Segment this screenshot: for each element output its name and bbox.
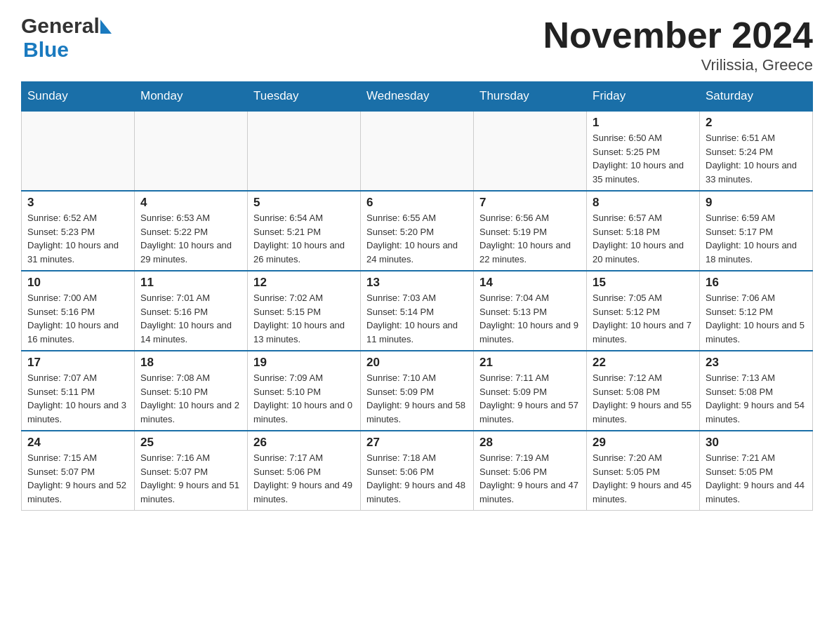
day-info: Sunrise: 7:15 AM Sunset: 5:07 PM Dayligh… [27,451,128,506]
day-info: Sunrise: 7:03 AM Sunset: 5:14 PM Dayligh… [366,291,468,346]
week-row: 10Sunrise: 7:00 AM Sunset: 5:16 PM Dayli… [22,271,813,351]
day-info: Sunrise: 6:50 AM Sunset: 5:25 PM Dayligh… [593,131,694,186]
day-number: 15 [593,276,694,290]
day-info: Sunrise: 6:55 AM Sunset: 5:20 PM Dayligh… [366,211,468,266]
day-info: Sunrise: 6:56 AM Sunset: 5:19 PM Dayligh… [479,211,581,266]
day-info: Sunrise: 7:13 AM Sunset: 5:08 PM Dayligh… [706,371,807,426]
day-info: Sunrise: 7:16 AM Sunset: 5:07 PM Dayligh… [140,451,241,506]
day-info: Sunrise: 7:02 AM Sunset: 5:15 PM Dayligh… [253,291,355,346]
calendar-day-header: Saturday [700,82,813,112]
calendar-cell: 8Sunrise: 6:57 AM Sunset: 5:18 PM Daylig… [587,191,700,271]
calendar-day-header: Sunday [22,82,135,112]
week-row: 17Sunrise: 7:07 AM Sunset: 5:11 PM Dayli… [22,351,813,431]
calendar-day-header: Friday [587,82,700,112]
day-number: 20 [366,356,468,370]
day-number: 25 [140,436,241,450]
day-number: 5 [253,196,355,210]
calendar-cell: 24Sunrise: 7:15 AM Sunset: 5:07 PM Dayli… [22,431,135,511]
day-info: Sunrise: 6:52 AM Sunset: 5:23 PM Dayligh… [27,211,128,266]
calendar-cell: 16Sunrise: 7:06 AM Sunset: 5:12 PM Dayli… [700,271,813,351]
calendar-cell: 5Sunrise: 6:54 AM Sunset: 5:21 PM Daylig… [248,191,361,271]
day-info: Sunrise: 7:12 AM Sunset: 5:08 PM Dayligh… [593,371,694,426]
calendar-cell: 6Sunrise: 6:55 AM Sunset: 5:20 PM Daylig… [361,191,474,271]
day-number: 6 [366,196,468,210]
day-info: Sunrise: 7:18 AM Sunset: 5:06 PM Dayligh… [366,451,468,506]
calendar-cell: 23Sunrise: 7:13 AM Sunset: 5:08 PM Dayli… [700,351,813,431]
calendar-cell [248,111,361,191]
day-info: Sunrise: 7:01 AM Sunset: 5:16 PM Dayligh… [140,291,241,346]
calendar-cell: 4Sunrise: 6:53 AM Sunset: 5:22 PM Daylig… [135,191,248,271]
calendar-day-header: Thursday [474,82,587,112]
calendar-cell: 1Sunrise: 6:50 AM Sunset: 5:25 PM Daylig… [587,111,700,191]
day-number: 27 [366,436,468,450]
calendar-cell: 13Sunrise: 7:03 AM Sunset: 5:14 PM Dayli… [361,271,474,351]
calendar-cell [474,111,587,191]
calendar-cell: 28Sunrise: 7:19 AM Sunset: 5:06 PM Dayli… [474,431,587,511]
day-info: Sunrise: 6:57 AM Sunset: 5:18 PM Dayligh… [593,211,694,266]
logo: General Blue [21,14,112,62]
day-number: 9 [706,196,807,210]
day-number: 26 [253,436,355,450]
calendar-cell: 19Sunrise: 7:09 AM Sunset: 5:10 PM Dayli… [248,351,361,431]
calendar-cell: 27Sunrise: 7:18 AM Sunset: 5:06 PM Dayli… [361,431,474,511]
day-number: 18 [140,356,241,370]
calendar-cell: 26Sunrise: 7:17 AM Sunset: 5:06 PM Dayli… [248,431,361,511]
day-info: Sunrise: 7:05 AM Sunset: 5:12 PM Dayligh… [593,291,694,346]
calendar-day-header: Wednesday [361,82,474,112]
calendar-cell [135,111,248,191]
calendar-cell: 7Sunrise: 6:56 AM Sunset: 5:19 PM Daylig… [474,191,587,271]
calendar-cell: 14Sunrise: 7:04 AM Sunset: 5:13 PM Dayli… [474,271,587,351]
day-number: 21 [479,356,581,370]
day-info: Sunrise: 6:51 AM Sunset: 5:24 PM Dayligh… [706,131,807,186]
calendar-table: SundayMondayTuesdayWednesdayThursdayFrid… [21,81,813,511]
day-info: Sunrise: 7:11 AM Sunset: 5:09 PM Dayligh… [479,371,581,426]
day-info: Sunrise: 7:06 AM Sunset: 5:12 PM Dayligh… [706,291,807,346]
day-info: Sunrise: 7:10 AM Sunset: 5:09 PM Dayligh… [366,371,468,426]
calendar-header-row: SundayMondayTuesdayWednesdayThursdayFrid… [22,82,813,112]
calendar-cell: 3Sunrise: 6:52 AM Sunset: 5:23 PM Daylig… [22,191,135,271]
calendar-cell: 10Sunrise: 7:00 AM Sunset: 5:16 PM Dayli… [22,271,135,351]
day-number: 10 [27,276,128,290]
calendar-cell: 25Sunrise: 7:16 AM Sunset: 5:07 PM Dayli… [135,431,248,511]
day-info: Sunrise: 7:07 AM Sunset: 5:11 PM Dayligh… [27,371,128,426]
calendar-cell [361,111,474,191]
day-info: Sunrise: 6:53 AM Sunset: 5:22 PM Dayligh… [140,211,241,266]
day-number: 30 [706,436,807,450]
day-number: 16 [706,276,807,290]
day-number: 19 [253,356,355,370]
calendar-cell: 11Sunrise: 7:01 AM Sunset: 5:16 PM Dayli… [135,271,248,351]
logo-triangle-icon [100,20,112,34]
page-header: General Blue November 2024 Vrilissia, Gr… [21,14,813,74]
calendar-subtitle: Vrilissia, Greece [543,56,813,74]
calendar-cell: 15Sunrise: 7:05 AM Sunset: 5:12 PM Dayli… [587,271,700,351]
day-number: 2 [706,116,807,130]
calendar-cell: 9Sunrise: 6:59 AM Sunset: 5:17 PM Daylig… [700,191,813,271]
title-area: November 2024 Vrilissia, Greece [543,14,813,74]
day-info: Sunrise: 7:17 AM Sunset: 5:06 PM Dayligh… [253,451,355,506]
day-number: 11 [140,276,241,290]
week-row: 24Sunrise: 7:15 AM Sunset: 5:07 PM Dayli… [22,431,813,511]
day-number: 17 [27,356,128,370]
day-number: 23 [706,356,807,370]
calendar-cell: 2Sunrise: 6:51 AM Sunset: 5:24 PM Daylig… [700,111,813,191]
day-number: 12 [253,276,355,290]
calendar-cell: 20Sunrise: 7:10 AM Sunset: 5:09 PM Dayli… [361,351,474,431]
day-number: 7 [479,196,581,210]
logo-blue-text: Blue [23,38,112,62]
week-row: 1Sunrise: 6:50 AM Sunset: 5:25 PM Daylig… [22,111,813,191]
day-info: Sunrise: 7:19 AM Sunset: 5:06 PM Dayligh… [479,451,581,506]
day-info: Sunrise: 7:21 AM Sunset: 5:05 PM Dayligh… [706,451,807,506]
calendar-cell: 21Sunrise: 7:11 AM Sunset: 5:09 PM Dayli… [474,351,587,431]
day-number: 22 [593,356,694,370]
calendar-cell: 18Sunrise: 7:08 AM Sunset: 5:10 PM Dayli… [135,351,248,431]
day-number: 14 [479,276,581,290]
day-info: Sunrise: 7:08 AM Sunset: 5:10 PM Dayligh… [140,371,241,426]
calendar-cell: 29Sunrise: 7:20 AM Sunset: 5:05 PM Dayli… [587,431,700,511]
calendar-cell: 30Sunrise: 7:21 AM Sunset: 5:05 PM Dayli… [700,431,813,511]
day-number: 4 [140,196,241,210]
calendar-cell [22,111,135,191]
day-info: Sunrise: 6:59 AM Sunset: 5:17 PM Dayligh… [706,211,807,266]
day-info: Sunrise: 6:54 AM Sunset: 5:21 PM Dayligh… [253,211,355,266]
day-number: 1 [593,116,694,130]
day-number: 24 [27,436,128,450]
